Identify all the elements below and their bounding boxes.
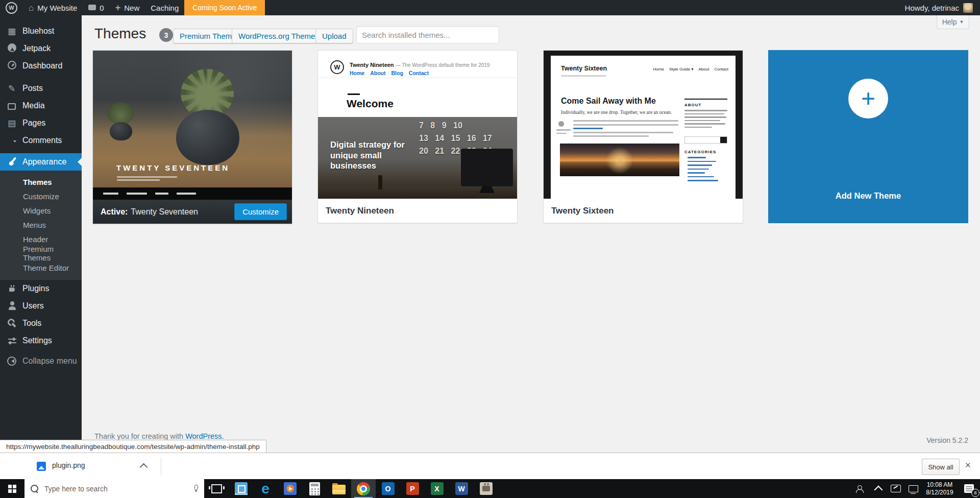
taskbar-icon-edge[interactable]: e bbox=[253, 479, 278, 498]
theme-card-twenty-nineteen[interactable]: W Twenty Nineteen — The WordPress defaul… bbox=[317, 50, 518, 223]
taskbar-clock[interactable]: 10:08 AM 8/12/2019 bbox=[922, 481, 958, 496]
taskbar-icon-powerpoint[interactable]: P bbox=[400, 479, 425, 498]
divider bbox=[318, 78, 517, 78]
site-link[interactable]: ⌂ My Website bbox=[23, 0, 83, 15]
add-new-theme-card[interactable]: + Add New Theme bbox=[768, 50, 968, 223]
active-status-label: Active: bbox=[101, 207, 128, 217]
outlook-icon: O bbox=[382, 482, 395, 495]
calculator-icon bbox=[309, 482, 320, 495]
theme-preview-twenty-nineteen[interactable]: W Twenty Nineteen — The WordPress defaul… bbox=[318, 51, 517, 199]
submenu-item-premium-themes[interactable]: Premium Themes bbox=[0, 246, 82, 260]
taskbar-icon-word[interactable]: W bbox=[449, 479, 474, 498]
edge-browser-icon: e bbox=[261, 482, 270, 496]
sidebar-item-plugins[interactable]: Plugins bbox=[0, 280, 82, 297]
sidebar-item-pages[interactable]: ▤ Pages bbox=[0, 114, 82, 132]
heading-dash bbox=[348, 93, 360, 95]
sidebar-item-jetpack[interactable]: Jetpack bbox=[0, 40, 82, 57]
preview-nav-placeholder bbox=[93, 187, 292, 200]
wordpress-version: Version 5.2.2 bbox=[926, 436, 968, 444]
preview-page: Twenty Sixteen Home Style Guide ▾ About … bbox=[551, 56, 736, 199]
downloaded-file-name[interactable]: plugin.png bbox=[52, 461, 85, 469]
help-dropdown[interactable]: Help ▼ bbox=[937, 15, 969, 29]
taskbar-icon-calculator[interactable] bbox=[302, 479, 327, 498]
sidebar-item-media[interactable]: Media bbox=[0, 97, 82, 114]
taskbar-icon-excel[interactable]: X bbox=[425, 479, 449, 498]
chevron-down-icon: ▼ bbox=[959, 19, 964, 25]
taskbar-icon-photos[interactable] bbox=[229, 479, 253, 498]
theme-caption: Twenty Nineteen bbox=[318, 199, 517, 223]
action-center-button[interactable]: 8 bbox=[958, 479, 980, 498]
sidebar-item-users[interactable]: Users bbox=[0, 297, 82, 315]
taskbar-icon-outlook[interactable]: O bbox=[376, 479, 400, 498]
plus-icon: + bbox=[115, 3, 121, 12]
submenu-item-themes[interactable]: Themes bbox=[0, 175, 82, 189]
theme-name: Twenty Nineteen bbox=[326, 206, 394, 216]
system-tray: 10:08 AM 8/12/2019 8 bbox=[852, 479, 980, 498]
download-options-chevron-icon[interactable] bbox=[140, 463, 148, 471]
account-menu[interactable]: Howdy, detrinac bbox=[898, 0, 980, 15]
upload-button[interactable]: Upload bbox=[315, 29, 353, 43]
task-view-icon bbox=[211, 484, 222, 493]
placeholder-post-meta-lines bbox=[556, 129, 571, 136]
start-button[interactable] bbox=[0, 479, 24, 498]
sidebar-item-comments[interactable]: Comments bbox=[0, 132, 82, 149]
wordpress-site-logo-icon: W bbox=[330, 60, 344, 74]
add-new-theme-label: Add New Theme bbox=[768, 191, 968, 201]
microphone-icon[interactable] bbox=[193, 485, 198, 492]
coming-soon-active-badge[interactable]: Coming Soon Active bbox=[184, 0, 265, 15]
theme-card-twenty-seventeen[interactable]: TWENTY SEVENTEEN Active: Twenty Seventee… bbox=[92, 50, 292, 224]
taskbar-icon-chrome[interactable] bbox=[351, 479, 376, 498]
sidebar-item-bluehost[interactable]: ▦ Bluehost bbox=[0, 22, 82, 40]
tray-people-button[interactable] bbox=[852, 479, 870, 498]
submenu-item-menus[interactable]: Menus bbox=[0, 218, 82, 232]
wordpress-footer-link[interactable]: WordPress. bbox=[185, 432, 224, 440]
submenu-item-widgets[interactable]: Widgets bbox=[0, 203, 82, 218]
theme-preview-twenty-sixteen[interactable]: Twenty Sixteen Home Style Guide ▾ About … bbox=[544, 51, 743, 199]
show-all-downloads-button[interactable]: Show all bbox=[922, 459, 960, 475]
active-theme-caption: Active: Twenty Seventeen Customize bbox=[93, 200, 292, 224]
caching-menu[interactable]: Caching bbox=[145, 0, 184, 15]
customize-button[interactable]: Customize bbox=[234, 203, 287, 220]
submenu-item-customize[interactable]: Customize bbox=[0, 189, 82, 203]
chrome-browser-icon bbox=[357, 482, 370, 495]
taskbar-icon-file-explorer[interactable] bbox=[327, 479, 351, 498]
network-icon bbox=[909, 485, 918, 492]
task-view-button[interactable] bbox=[204, 479, 229, 498]
comments-shortcut[interactable]: 0 bbox=[83, 0, 109, 15]
main-content: Themes 3 Premium Themes WordPress.org Th… bbox=[82, 15, 980, 453]
dashboard-icon bbox=[7, 61, 17, 71]
nav-caret-icon: ▾ bbox=[692, 67, 694, 72]
submenu-item-theme-editor[interactable]: Theme Editor bbox=[0, 260, 82, 275]
jetpack-icon bbox=[7, 43, 17, 54]
preview-site-title: Twenty Sixteen bbox=[561, 65, 607, 72]
tray-network[interactable] bbox=[904, 479, 922, 498]
search-installed-themes-input[interactable] bbox=[356, 26, 499, 43]
sidebar-item-dashboard[interactable]: Dashboard bbox=[0, 57, 82, 75]
close-download-bar-icon[interactable]: ✕ bbox=[965, 461, 971, 470]
preview-nav: Home Style Guide ▾ About Contact bbox=[653, 67, 728, 72]
wordpress-admin-themes-screen: W ⌂ My Website 0 + New Caching Coming So… bbox=[0, 0, 980, 498]
tray-show-hidden-icons[interactable] bbox=[870, 479, 887, 498]
sidebar-item-collapse-menu[interactable]: Collapse menu bbox=[0, 352, 82, 370]
footer-thanks: Thank you for creating with WordPress. bbox=[94, 432, 224, 440]
appearance-brush-icon bbox=[7, 157, 17, 167]
new-content-menu[interactable]: + New bbox=[110, 0, 145, 15]
theme-name: Twenty Sixteen bbox=[551, 206, 614, 216]
placeholder-tagline-lines bbox=[117, 176, 183, 182]
sidebar-item-appearance[interactable]: Appearance bbox=[0, 153, 82, 171]
sidebar-item-settings[interactable]: Settings bbox=[0, 332, 82, 349]
taskbar-search[interactable] bbox=[24, 479, 204, 498]
sidebar-item-posts[interactable]: ✎ Posts bbox=[0, 80, 82, 97]
wordpress-menu[interactable]: W bbox=[0, 0, 23, 15]
submenu-item-header[interactable]: Header bbox=[0, 232, 82, 246]
pages-icon: ▤ bbox=[7, 119, 17, 128]
tray-pen-settings[interactable] bbox=[887, 479, 904, 498]
theme-card-twenty-sixteen[interactable]: Twenty Sixteen Home Style Guide ▾ About … bbox=[543, 50, 743, 223]
taskbar-icon-movies[interactable] bbox=[278, 479, 302, 498]
wordpress-org-themes-button[interactable]: WordPress.org Themes bbox=[232, 29, 326, 43]
taskbar-search-input[interactable] bbox=[43, 484, 188, 493]
taskbar-icon-film[interactable] bbox=[474, 479, 498, 498]
theme-preview-twenty-seventeen[interactable]: TWENTY SEVENTEEN bbox=[93, 51, 292, 187]
movies-app-icon bbox=[284, 482, 297, 495]
sidebar-item-tools[interactable]: Tools bbox=[0, 315, 82, 332]
